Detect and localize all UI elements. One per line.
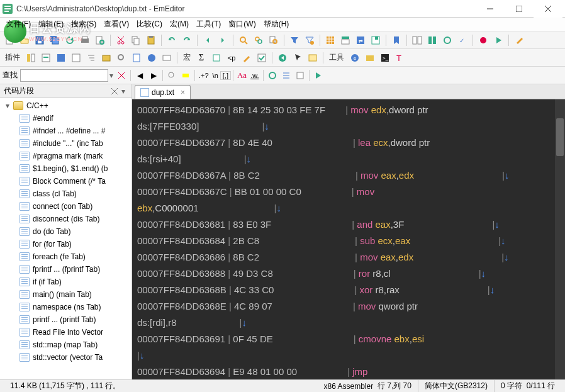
menu-view[interactable]: 查看(V) bbox=[100, 18, 133, 31]
menu-help[interactable]: 帮助(H) bbox=[260, 18, 293, 31]
back-icon[interactable] bbox=[201, 33, 215, 47]
heading-icon[interactable] bbox=[338, 33, 352, 47]
run-macro-icon[interactable] bbox=[491, 33, 505, 47]
menu-search[interactable]: 搜索(S) bbox=[67, 18, 100, 31]
snippet-item[interactable]: Block Comment (/* Ta bbox=[0, 175, 131, 188]
find-advanced-icon[interactable] bbox=[293, 69, 307, 82]
snippet-item[interactable]: main() (main Tab) bbox=[0, 288, 131, 301]
code-editor[interactable]: 00007FF84DD63670 | 8B 14 25 30 03 FE 7F|… bbox=[132, 99, 565, 379]
find-word-icon[interactable]: .w. bbox=[249, 72, 260, 79]
menu-edit[interactable]: 编辑(E) bbox=[35, 18, 67, 31]
explorer-icon[interactable] bbox=[24, 51, 38, 65]
snippets-tree[interactable]: ▾C/C++#endif#ifndef ... #define ... ##in… bbox=[0, 98, 131, 379]
webpreview-icon[interactable] bbox=[145, 51, 159, 65]
snippet-item[interactable]: disconnect (dis Tab) bbox=[0, 213, 131, 225]
find-case-icon[interactable]: Aa bbox=[235, 70, 249, 81]
snippet-item[interactable]: #pragma mark (mark bbox=[0, 150, 131, 162]
snippet-item[interactable]: for (for Tab) bbox=[0, 238, 131, 250]
find-wrap-icon[interactable] bbox=[266, 69, 279, 82]
menu-window[interactable]: 窗口(W) bbox=[225, 18, 259, 31]
snippets-close-icon[interactable] bbox=[110, 87, 119, 96]
copy-icon[interactable] bbox=[129, 33, 143, 47]
opendoc-icon[interactable] bbox=[69, 51, 83, 65]
macro-clean-icon[interactable] bbox=[240, 51, 254, 65]
replace-icon[interactable] bbox=[252, 33, 266, 47]
search-plugin-icon[interactable] bbox=[115, 51, 128, 65]
find-incremental-icon[interactable] bbox=[165, 69, 179, 82]
snippet-item[interactable]: if (if Tab) bbox=[0, 276, 131, 288]
find-regex-icon[interactable]: .+? bbox=[197, 72, 211, 79]
tab-dup[interactable]: dup.txt × bbox=[135, 85, 191, 99]
go-back-icon[interactable] bbox=[276, 51, 289, 65]
minimize-button[interactable] bbox=[476, 0, 505, 18]
snippet-item[interactable]: std::map (map Tab) bbox=[0, 339, 131, 351]
snippets-icon[interactable] bbox=[130, 51, 143, 65]
find-close-icon[interactable] bbox=[115, 69, 128, 82]
properties-icon[interactable] bbox=[512, 33, 526, 47]
close-button[interactable] bbox=[534, 0, 562, 18]
snippet-item[interactable]: $1.begin(), $1.end() (b bbox=[0, 162, 131, 175]
macro-tag-icon[interactable]: <p bbox=[225, 51, 238, 65]
find-icon[interactable] bbox=[237, 33, 250, 47]
maximize-button[interactable] bbox=[505, 0, 534, 18]
menu-file[interactable]: 文件(F) bbox=[3, 18, 35, 31]
find-prev-icon[interactable]: ◀ bbox=[133, 69, 147, 82]
csv-mode-icon[interactable] bbox=[323, 33, 337, 47]
find-next-icon[interactable]: ▶ bbox=[147, 69, 160, 82]
bookmark-icon[interactable] bbox=[389, 33, 403, 47]
macro-check-icon[interactable] bbox=[255, 51, 269, 65]
customize-icon[interactable]: T bbox=[393, 51, 407, 65]
forward-icon[interactable] bbox=[216, 33, 230, 47]
sigma-icon[interactable]: Σ bbox=[194, 51, 208, 65]
compare-icon[interactable] bbox=[410, 33, 424, 47]
snippet-item[interactable]: connect (con Tab) bbox=[0, 200, 131, 213]
macro-validate-icon[interactable] bbox=[210, 51, 223, 65]
find-highlight-icon[interactable] bbox=[179, 69, 193, 82]
find-escape-icon[interactable]: \n bbox=[211, 72, 220, 79]
filter-icon[interactable] bbox=[288, 33, 301, 47]
paste-icon[interactable] bbox=[144, 33, 158, 47]
diff-icon[interactable] bbox=[39, 51, 53, 65]
print-preview-icon[interactable] bbox=[93, 33, 107, 47]
cursor-icon[interactable] bbox=[291, 51, 305, 65]
find-count-icon[interactable] bbox=[279, 69, 293, 82]
redo-icon[interactable] bbox=[180, 33, 194, 47]
tree-folder-root[interactable]: ▾C/C++ bbox=[0, 99, 131, 112]
htmlbar-icon[interactable] bbox=[54, 51, 68, 65]
advanced-filter-icon[interactable] bbox=[303, 33, 316, 47]
cmd-icon[interactable]: >_ bbox=[378, 51, 392, 65]
snippets-pin-icon[interactable]: ▾ bbox=[119, 87, 128, 96]
status-encoding[interactable]: 简体中文(GB2312) bbox=[418, 380, 495, 392]
snippet-item[interactable]: std::vector (vector Ta bbox=[0, 351, 131, 364]
browser-icon[interactable]: e bbox=[348, 51, 362, 65]
snippet-item[interactable]: Read File Into Vector bbox=[0, 326, 131, 339]
menu-compare[interactable]: 比较(C) bbox=[133, 18, 166, 31]
menu-tools[interactable]: 工具(T) bbox=[193, 18, 225, 31]
snippet-item[interactable]: fprintf ... (fprintf Tab) bbox=[0, 263, 131, 276]
tab-close-icon[interactable]: × bbox=[177, 88, 185, 97]
menu-macro[interactable]: 宏(M) bbox=[166, 18, 193, 31]
cut-icon[interactable] bbox=[114, 33, 128, 47]
find-dropdown-icon[interactable]: ▾ bbox=[108, 71, 115, 80]
snippet-item[interactable]: class (cl Tab) bbox=[0, 188, 131, 200]
snippet-item[interactable]: do (do Tab) bbox=[0, 225, 131, 238]
explorer2-icon[interactable] bbox=[363, 51, 377, 65]
wrap-icon[interactable] bbox=[306, 51, 320, 65]
outline-icon[interactable] bbox=[84, 51, 98, 65]
record-macro-icon[interactable] bbox=[476, 33, 490, 47]
find-number-icon[interactable]: [,] bbox=[220, 71, 231, 80]
find-in-files-icon[interactable] bbox=[267, 33, 281, 47]
snippet-item[interactable]: #include "..." (inc Tab bbox=[0, 137, 131, 150]
snippet-item[interactable]: foreach (fe Tab) bbox=[0, 250, 131, 263]
cell-select-icon[interactable] bbox=[369, 33, 383, 47]
snippet-item[interactable]: namespace (ns Tab) bbox=[0, 301, 131, 313]
spell-icon[interactable]: ✓ bbox=[456, 33, 469, 47]
projects-icon[interactable] bbox=[99, 51, 113, 65]
snippet-item[interactable]: #endif bbox=[0, 112, 131, 125]
find-go-icon[interactable] bbox=[311, 69, 325, 82]
sync-scroll-icon[interactable] bbox=[425, 33, 439, 47]
undo-icon[interactable] bbox=[165, 33, 179, 47]
snippet-item[interactable]: printf ... (printf Tab) bbox=[0, 313, 131, 326]
reset-compare-icon[interactable] bbox=[440, 33, 454, 47]
convert-csv-icon[interactable]: ⇄ bbox=[354, 33, 367, 47]
